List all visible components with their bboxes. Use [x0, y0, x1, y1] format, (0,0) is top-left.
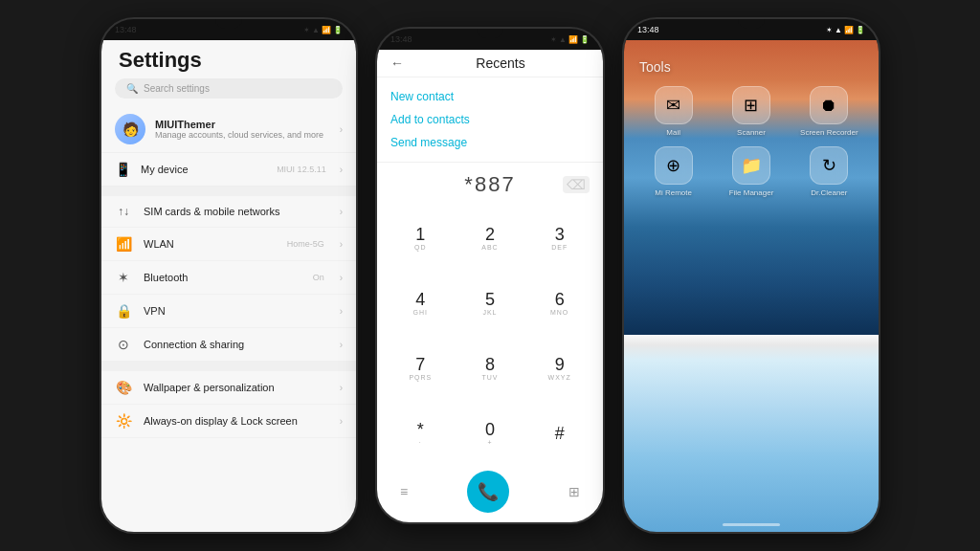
- status-icons-1: ✶ ▲ 📶 🔋: [303, 26, 343, 34]
- wallpaper-chevron: ›: [340, 383, 343, 393]
- settings-item-aod[interactable]: 🔆 Always-on display & Lock screen ›: [101, 405, 356, 438]
- app-mail[interactable]: ✉ Mail: [639, 86, 707, 137]
- device-icon: 📱: [115, 162, 131, 177]
- key-8[interactable]: 8 TUV: [457, 337, 524, 400]
- mail-icon: ✉: [655, 86, 693, 124]
- recent-add-contact[interactable]: Add to contacts: [390, 108, 590, 131]
- vpn-label: VPN: [144, 305, 328, 317]
- connection-label: Connection & sharing: [144, 339, 328, 350]
- dialer-screen: ← Recents New contact Add to contacts Se…: [377, 50, 603, 522]
- key-1[interactable]: 1 QD: [387, 207, 455, 270]
- connection-icon: ⊙: [115, 337, 132, 352]
- dialer-clear-button[interactable]: ⌫: [563, 176, 590, 193]
- app-scanner[interactable]: ⊞ Scanner: [717, 86, 785, 137]
- app-grid: ✉ Mail ⊞ Scanner ⏺ Screen Recorder ⊕ Mi …: [639, 86, 863, 197]
- wlan-label: WLAN: [144, 238, 276, 250]
- app-file-manager[interactable]: 📁 File Manager: [717, 146, 785, 197]
- app-mi-remote[interactable]: ⊕ Mi Remote: [639, 146, 707, 197]
- scanner-label: Scanner: [737, 128, 766, 137]
- wlan-icon: 📶: [115, 236, 132, 252]
- key-0[interactable]: 0 +: [457, 402, 524, 465]
- aod-chevron: ›: [340, 416, 343, 427]
- phone-home: 13:48 ✶ ▲ 📶 🔋 Tools ✉ Mail ⊞ Scanner ⏺: [622, 17, 880, 534]
- settings-screen: Settings 🔍 Search settings 🧑 MIUIThemer …: [101, 40, 356, 532]
- settings-item-bluetooth[interactable]: ✶ Bluetooth On ›: [101, 261, 356, 295]
- mi-remote-label: Mi Remote: [655, 188, 692, 197]
- key-7[interactable]: 7 PQRS: [387, 337, 455, 400]
- status-icons-2: ✶ ▲ 📶 🔋: [550, 35, 590, 44]
- aod-label: Always-on display & Lock screen: [144, 415, 328, 427]
- section-gap-2: [101, 362, 356, 371]
- folder-area: Tools ✉ Mail ⊞ Scanner ⏺ Screen Recorder…: [624, 40, 879, 216]
- search-placeholder: Search settings: [144, 83, 210, 94]
- settings-item-vpn[interactable]: 🔒 VPN ›: [101, 295, 356, 328]
- vpn-icon: 🔒: [115, 303, 132, 319]
- keypad-grid-icon[interactable]: ⊞: [568, 484, 580, 499]
- key-hash[interactable]: #: [525, 402, 593, 465]
- time-2: 13:48: [390, 34, 412, 44]
- device-chevron: ›: [340, 165, 343, 175]
- bluetooth-value: On: [313, 273, 324, 282]
- file-manager-label: File Manager: [729, 188, 774, 197]
- bluetooth-chevron: ›: [340, 273, 343, 283]
- dialer-number: *887: [464, 172, 515, 197]
- keypad: 1 QD 2 ABC 3 DEF 4 GHI 5 JKL 6 MNO: [377, 207, 603, 465]
- dialer-display: *887 ⌫: [377, 163, 603, 207]
- vpn-chevron: ›: [340, 306, 343, 317]
- device-row[interactable]: 📱 My device MIUI 12.5.11 ›: [101, 153, 356, 187]
- account-name: MIUIThemer: [155, 119, 330, 130]
- recents-list: New contact Add to contacts Send message: [377, 77, 603, 163]
- avatar: 🧑: [115, 114, 145, 144]
- mi-remote-icon: ⊕: [655, 146, 693, 185]
- sim-icon: ↑↓: [115, 205, 132, 218]
- dr-cleaner-label: Dr.Cleaner: [811, 188, 847, 197]
- folder-title: Tools: [639, 59, 863, 75]
- mail-label: Mail: [666, 128, 680, 137]
- settings-item-wallpaper[interactable]: 🎨 Wallpaper & personalization ›: [101, 371, 356, 405]
- back-button[interactable]: ←: [390, 55, 404, 71]
- search-bar[interactable]: 🔍 Search settings: [115, 78, 343, 99]
- app-dr-cleaner[interactable]: ↻ Dr.Cleaner: [795, 146, 863, 197]
- section-gap-1: [101, 187, 356, 196]
- device-version: MIUI 12.5.11: [277, 165, 326, 174]
- wallpaper-label: Wallpaper & personalization: [144, 382, 328, 393]
- account-sub: Manage accounts, cloud services, and mor…: [155, 130, 330, 140]
- aod-icon: 🔆: [115, 413, 132, 429]
- key-6[interactable]: 6 MNO: [525, 272, 593, 335]
- settings-title: Settings: [101, 40, 356, 78]
- bluetooth-icon: ✶: [115, 270, 132, 285]
- settings-item-wlan[interactable]: 📶 WLAN Home-5G ›: [101, 228, 356, 261]
- settings-item-sim[interactable]: ↑↓ SIM cards & mobile networks ›: [101, 196, 356, 228]
- phone-dialer: 13:48 ✶ ▲ 📶 🔋 ← Recents New contact Add …: [375, 27, 605, 524]
- settings-item-connection[interactable]: ⊙ Connection & sharing ›: [101, 328, 356, 362]
- key-star[interactable]: * ·: [387, 402, 455, 465]
- key-5[interactable]: 5 JKL: [457, 272, 524, 335]
- key-2[interactable]: 2 ABC: [457, 207, 524, 270]
- sim-label: SIM cards & mobile networks: [144, 206, 328, 217]
- key-3[interactable]: 3 DEF: [525, 207, 593, 270]
- screen-recorder-label: Screen Recorder: [800, 128, 858, 137]
- connection-chevron: ›: [340, 340, 343, 350]
- screen-recorder-icon: ⏺: [810, 86, 848, 124]
- file-manager-icon: 📁: [732, 146, 770, 185]
- account-chevron: ›: [340, 124, 343, 135]
- wlan-chevron: ›: [340, 239, 343, 250]
- wallpaper-icon: 🎨: [115, 380, 132, 395]
- account-info: MIUIThemer Manage accounts, cloud servic…: [155, 119, 330, 140]
- wlan-value: Home-5G: [287, 239, 324, 249]
- recent-send-message[interactable]: Send message: [390, 131, 590, 154]
- dialer-menu-icon[interactable]: ≡: [400, 484, 408, 499]
- home-screen: Tools ✉ Mail ⊞ Scanner ⏺ Screen Recorder…: [624, 40, 879, 532]
- key-9[interactable]: 9 WXYZ: [525, 337, 593, 400]
- recent-new-contact[interactable]: New contact: [390, 85, 590, 108]
- call-button[interactable]: 📞: [467, 471, 509, 513]
- phone-settings: 13:48 ✶ ▲ 📶 🔋 Settings 🔍 Search settings…: [100, 17, 358, 534]
- sim-chevron: ›: [340, 207, 343, 217]
- dialer-bottom: ≡ 📞 ⊞: [377, 465, 603, 522]
- dialer-header: ← Recents: [377, 50, 603, 77]
- dr-cleaner-icon: ↻: [810, 146, 848, 185]
- dialer-title: Recents: [412, 55, 590, 71]
- key-4[interactable]: 4 GHI: [387, 272, 455, 335]
- account-row[interactable]: 🧑 MIUIThemer Manage accounts, cloud serv…: [101, 106, 356, 153]
- app-screen-recorder[interactable]: ⏺ Screen Recorder: [795, 86, 863, 137]
